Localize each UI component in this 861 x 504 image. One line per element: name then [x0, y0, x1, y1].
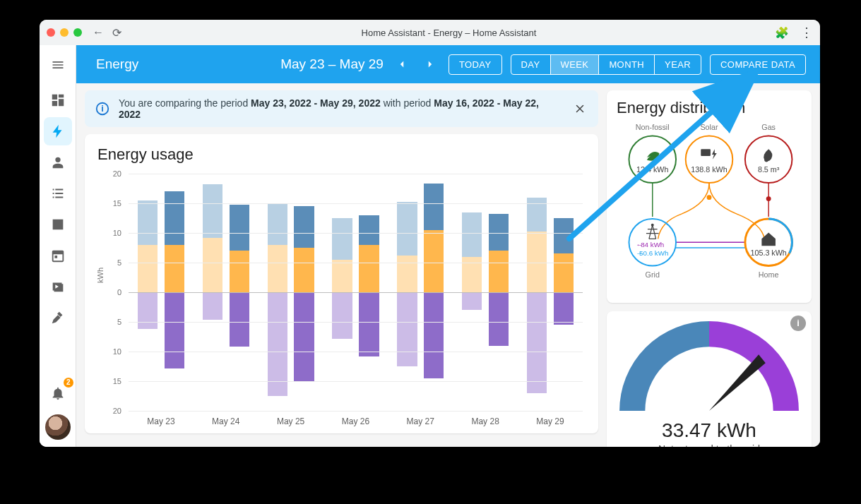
banner-text: You are comparing the period May 23, 202… — [119, 97, 563, 120]
svg-text:Solar: Solar — [700, 123, 718, 131]
sidebar-item-media[interactable] — [44, 272, 72, 301]
distribution-title: Energy distribution — [617, 99, 806, 117]
seg-year[interactable]: YEAR — [654, 55, 701, 74]
y-tick: 15 — [93, 199, 121, 208]
distribution-diagram: Non-fossil Solar Gas 12.4 kWh 138.8 kWh — [612, 121, 806, 294]
svg-text:Non-fossil: Non-fossil — [636, 123, 670, 131]
y-tick: 10 — [93, 229, 121, 237]
svg-point-7 — [686, 136, 733, 184]
maximize-window-icon[interactable] — [73, 28, 82, 37]
svg-point-12 — [707, 195, 712, 200]
x-tick: May 29 — [518, 416, 583, 426]
close-banner-icon[interactable] — [571, 100, 588, 117]
today-button[interactable]: TODAY — [449, 54, 502, 75]
x-tick: May 23 — [129, 416, 194, 426]
y-tick: 5 — [93, 258, 121, 267]
sidebar-item-people[interactable] — [44, 148, 72, 176]
energy-usage-chart: kWh May 23May 24May 25May 26May 27May 28… — [93, 167, 590, 428]
date-range-label: May 23 – May 29 — [280, 56, 384, 72]
back-icon[interactable]: ← — [92, 26, 105, 39]
gauge-chart — [615, 317, 803, 419]
svg-text:Gas: Gas — [761, 123, 776, 131]
y-tick: 5 — [93, 318, 121, 326]
y-axis-label: kWh — [96, 268, 105, 283]
sidebar-item-todo[interactable] — [44, 179, 72, 208]
svg-text:12.4 kWh: 12.4 kWh — [636, 165, 668, 174]
y-tick: 20 — [93, 169, 121, 178]
svg-text:Home: Home — [759, 270, 779, 279]
prev-period-icon[interactable] — [392, 54, 412, 74]
user-avatar[interactable] — [45, 414, 71, 440]
tab-title: Home Assistant - Energy – Home Assistant — [129, 28, 769, 38]
leaf-icon — [647, 152, 660, 161]
y-tick: 10 — [93, 347, 121, 356]
svg-text:i: i — [101, 103, 104, 114]
compare-banner: i You are comparing the period May 23, 2… — [85, 90, 598, 127]
sidebar-item-calendar[interactable] — [44, 241, 72, 270]
net-gauge-card: i 33.47 kWh Net returned to the grid — [607, 311, 812, 447]
energy-distribution-card: Energy distribution Non-fossil Solar Gas… — [607, 90, 812, 303]
compare-data-button[interactable]: COMPARE DATA — [710, 54, 806, 75]
gauge-info-icon[interactable]: i — [790, 316, 806, 331]
y-tick: 15 — [93, 377, 121, 385]
sidebar-item-history[interactable] — [44, 210, 72, 239]
x-tick: May 27 — [388, 416, 453, 426]
x-tick: May 28 — [453, 416, 518, 426]
info-icon: i — [95, 101, 110, 116]
gauge-value: 33.47 kWh — [615, 419, 803, 442]
chart-title: Energy usage — [97, 145, 590, 164]
window-controls[interactable] — [47, 28, 82, 37]
svg-point-15 — [651, 224, 654, 227]
svg-text:84 kWh: 84 kWh — [641, 241, 664, 248]
y-tick: 0 — [93, 288, 121, 296]
sidebar-item-devtools[interactable] — [44, 304, 72, 332]
energy-usage-card: Energy usage kWh May 23May 24May 25May 2… — [85, 134, 598, 433]
notifications-icon[interactable]: 2 — [44, 379, 72, 407]
solar-icon — [701, 149, 717, 160]
x-tick: May 25 — [259, 416, 323, 426]
menu-toggle-icon[interactable] — [44, 51, 72, 79]
svg-point-13 — [766, 196, 771, 201]
svg-text:138.8 kWh: 138.8 kWh — [691, 165, 727, 174]
sidebar-item-overview[interactable] — [44, 86, 72, 114]
svg-text:50.6 kWh: 50.6 kWh — [639, 249, 668, 257]
sidebar: 2 — [40, 45, 76, 447]
minimize-window-icon[interactable] — [60, 28, 69, 37]
y-tick: 20 — [93, 407, 121, 415]
grid-icon — [646, 224, 659, 239]
reload-icon[interactable]: ⟳ — [110, 26, 123, 40]
seg-month[interactable]: MONTH — [598, 55, 654, 74]
notification-badge: 2 — [64, 378, 73, 388]
page-title: Energy — [96, 56, 138, 72]
seg-day[interactable]: DAY — [511, 55, 550, 74]
extensions-icon[interactable]: 🧩 — [775, 26, 789, 40]
svg-rect-8 — [701, 149, 711, 156]
x-tick: May 26 — [323, 416, 388, 426]
browser-chrome: ← ⟳ Home Assistant - Energy – Home Assis… — [40, 20, 820, 45]
svg-text:105.3 kWh: 105.3 kWh — [750, 248, 786, 257]
x-tick: May 24 — [194, 416, 259, 426]
svg-marker-24 — [709, 354, 766, 411]
browser-menu-icon[interactable]: ⋮ — [800, 25, 813, 40]
next-period-icon[interactable] — [420, 54, 440, 74]
close-window-icon[interactable] — [47, 28, 55, 37]
flame-icon — [764, 149, 772, 162]
toolbar: Energy May 23 – May 29 TODAY DAY WEEK MO… — [76, 45, 820, 83]
seg-week[interactable]: WEEK — [550, 55, 599, 74]
gauge-subtitle: Net returned to the grid — [615, 443, 803, 447]
svg-text:8.5 m³: 8.5 m³ — [758, 165, 780, 174]
sidebar-item-energy[interactable] — [44, 117, 72, 145]
period-segment: DAY WEEK MONTH YEAR — [511, 54, 702, 75]
svg-text:Grid: Grid — [646, 270, 660, 279]
